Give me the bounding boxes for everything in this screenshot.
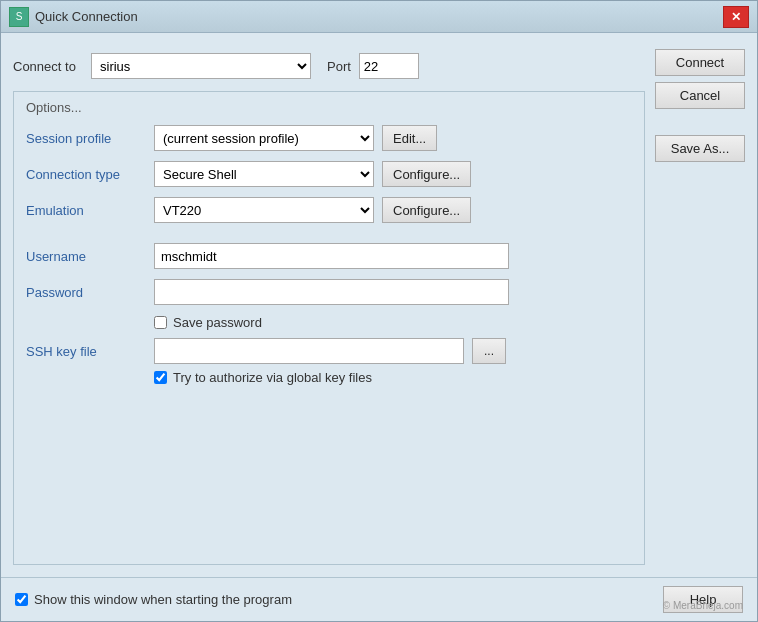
- content-area: Connect to sirius Port Options... Sessio…: [1, 33, 757, 577]
- port-input[interactable]: [359, 53, 419, 79]
- username-input[interactable]: [154, 243, 509, 269]
- try-authorize-row: Try to authorize via global key files: [154, 370, 632, 385]
- port-label: Port: [327, 59, 351, 74]
- app-icon: S: [9, 7, 29, 27]
- connection-type-row: Connection type Secure Shell Configure..…: [26, 161, 632, 187]
- connection-type-label: Connection type: [26, 167, 146, 182]
- emulation-configure-button[interactable]: Configure...: [382, 197, 471, 223]
- ssh-key-row: SSH key file ...: [26, 338, 632, 364]
- emulation-select[interactable]: VT220: [154, 197, 374, 223]
- save-password-row: Save password: [154, 315, 632, 330]
- username-row: Username: [26, 243, 632, 269]
- connect-to-select[interactable]: sirius: [91, 53, 311, 79]
- show-window-checkbox[interactable]: [15, 593, 28, 606]
- bottom-bar: Show this window when starting the progr…: [1, 577, 757, 621]
- session-profile-select[interactable]: (current session profile): [154, 125, 374, 151]
- window-title: Quick Connection: [35, 9, 138, 24]
- show-window-label: Show this window when starting the progr…: [34, 592, 292, 607]
- main-panel: Connect to sirius Port Options... Sessio…: [13, 45, 645, 565]
- options-section: Options... Session profile (current sess…: [13, 91, 645, 565]
- show-window-row: Show this window when starting the progr…: [15, 592, 292, 607]
- session-profile-row: Session profile (current session profile…: [26, 125, 632, 151]
- try-authorize-label: Try to authorize via global key files: [173, 370, 372, 385]
- connection-type-configure-button[interactable]: Configure...: [382, 161, 471, 187]
- save-password-checkbox[interactable]: [154, 316, 167, 329]
- cancel-button[interactable]: Cancel: [655, 82, 745, 109]
- password-label: Password: [26, 285, 146, 300]
- session-profile-label: Session profile: [26, 131, 146, 146]
- ssh-key-input[interactable]: [154, 338, 464, 364]
- try-authorize-checkbox[interactable]: [154, 371, 167, 384]
- connect-to-label: Connect to: [13, 59, 83, 74]
- connect-button[interactable]: Connect: [655, 49, 745, 76]
- side-buttons: Connect Cancel Save As...: [655, 45, 745, 565]
- password-row: Password: [26, 279, 632, 305]
- connect-to-row: Connect to sirius Port: [13, 45, 645, 91]
- password-input[interactable]: [154, 279, 509, 305]
- edit-button[interactable]: Edit...: [382, 125, 437, 151]
- emulation-label: Emulation: [26, 203, 146, 218]
- title-bar: S Quick Connection ✕: [1, 1, 757, 33]
- save-as-button[interactable]: Save As...: [655, 135, 745, 162]
- connection-type-select[interactable]: Secure Shell: [154, 161, 374, 187]
- close-button[interactable]: ✕: [723, 6, 749, 28]
- username-label: Username: [26, 249, 146, 264]
- browse-button[interactable]: ...: [472, 338, 506, 364]
- emulation-row: Emulation VT220 Configure...: [26, 197, 632, 223]
- ssh-key-label: SSH key file: [26, 344, 146, 359]
- watermark: © MeraBheja.com: [663, 600, 743, 611]
- save-password-label: Save password: [173, 315, 262, 330]
- title-bar-left: S Quick Connection: [9, 7, 138, 27]
- main-window: S Quick Connection ✕ Connect to sirius P…: [0, 0, 758, 622]
- options-title: Options...: [26, 100, 632, 115]
